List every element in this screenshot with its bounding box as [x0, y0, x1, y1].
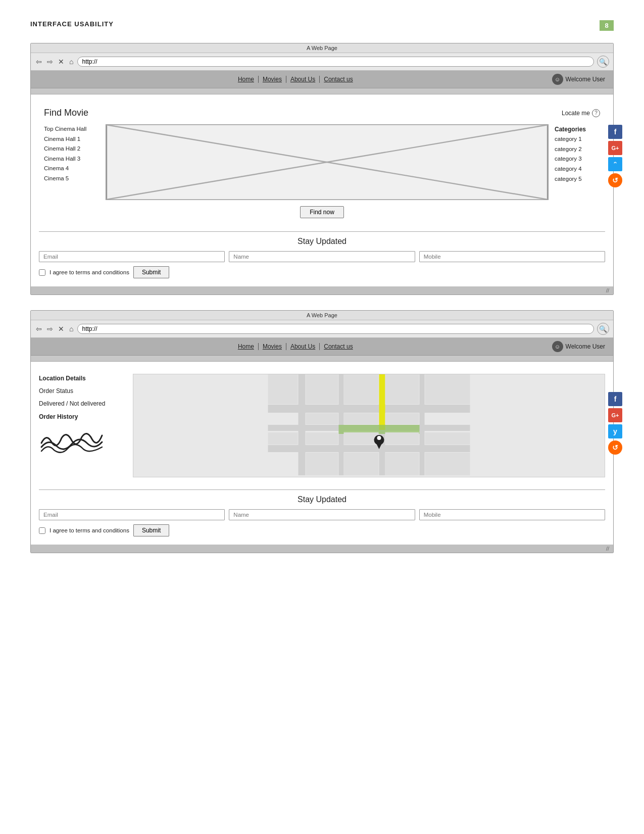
movie-image-placeholder: [106, 124, 549, 200]
browser-titlebar-1: A Web Page: [31, 43, 613, 53]
stay-updated-section-1: Stay Updated I agree to terms and condit…: [39, 231, 605, 278]
category-item[interactable]: category 3: [555, 154, 600, 164]
name-field-2[interactable]: [229, 509, 415, 520]
svg-rect-11: [379, 374, 385, 430]
footer-icon-1: //: [606, 287, 609, 293]
terms-label-2: I agree to terms and conditions: [49, 527, 129, 533]
footer-icon-2: //: [606, 546, 609, 552]
order-status-item: Order Status: [39, 386, 125, 396]
submit-button-1[interactable]: Submit: [133, 266, 169, 278]
forward-button-2[interactable]: ⇨: [46, 325, 54, 333]
page-number-badge: 8: [600, 20, 614, 31]
back-button[interactable]: ⇦: [35, 58, 43, 66]
svg-rect-16: [425, 374, 470, 404]
rss-button-1[interactable]: ↺: [608, 173, 622, 187]
gray-band-1: [31, 88, 613, 94]
order-history-item: Order History: [39, 412, 125, 422]
locate-me[interactable]: Locate me ?: [562, 109, 600, 117]
email-field-1[interactable]: [39, 251, 225, 262]
close-button-2[interactable]: ✕: [57, 325, 65, 333]
mobile-field-1[interactable]: [419, 251, 605, 262]
twitter-button-2[interactable]: y: [608, 424, 622, 438]
map-container: [133, 374, 605, 477]
form-check-row-1: I agree to terms and conditions Submit: [39, 266, 605, 278]
cinema-item[interactable]: Cinema 5: [44, 174, 100, 184]
find-movie-section: Find Movie Locate me ? Top Cinema Hall C…: [39, 103, 605, 223]
find-now-button[interactable]: Find now: [300, 206, 344, 218]
gplus-button-1[interactable]: G+: [608, 141, 622, 155]
gplus-button-2[interactable]: G+: [608, 408, 622, 422]
user-avatar-1: ☺: [552, 74, 563, 85]
svg-rect-20: [385, 413, 419, 424]
cinema-list: Top Cinema Hall Cinema Hall 1 Cinema Hal…: [44, 124, 100, 183]
browser-footer-1: //: [31, 286, 613, 295]
find-movie-title: Find Movie: [44, 108, 88, 118]
nav-user-2: ☺ Welcome User: [552, 341, 605, 352]
nav-about-1[interactable]: About Us: [286, 76, 320, 83]
mobile-field-2[interactable]: [419, 509, 605, 520]
category-item[interactable]: category 5: [555, 174, 600, 184]
svg-rect-18: [306, 413, 338, 424]
svg-rect-25: [268, 432, 298, 445]
nav-contact-2[interactable]: Contact us: [320, 343, 357, 350]
search-button-2[interactable]: 🔍: [597, 323, 609, 335]
nav-movies-1[interactable]: Movies: [259, 76, 286, 83]
svg-rect-29: [425, 453, 470, 475]
category-item[interactable]: category 2: [555, 144, 600, 155]
categories-title: Categories: [555, 124, 600, 134]
category-item[interactable]: category 1: [555, 134, 600, 144]
svg-rect-15: [385, 374, 419, 404]
svg-rect-14: [344, 374, 379, 404]
gray-band-2: [31, 356, 613, 362]
facebook-button-2[interactable]: f: [608, 392, 622, 406]
terms-checkbox-2[interactable]: [39, 527, 45, 534]
back-button-2[interactable]: ⇦: [35, 325, 43, 333]
close-button[interactable]: ✕: [57, 58, 65, 66]
stay-updated-title-2: Stay Updated: [39, 495, 605, 504]
browser-body-2: f G+ y ↺ Location Details Order Status D…: [31, 362, 613, 545]
terms-checkbox-1[interactable]: [39, 269, 45, 276]
nav-home-1[interactable]: Home: [234, 76, 259, 83]
svg-rect-28: [385, 453, 419, 475]
cinema-item[interactable]: Cinema Hall 1: [44, 134, 100, 144]
svg-rect-19: [344, 413, 379, 424]
cinema-item[interactable]: Cinema 4: [44, 164, 100, 174]
form-row-1: [39, 251, 605, 262]
twitter-button-1[interactable]: ᵔ: [608, 157, 622, 171]
home-button-2[interactable]: ⌂: [68, 325, 74, 333]
home-button[interactable]: ⌂: [68, 58, 74, 66]
location-content: Location Details Order Status Delivered …: [39, 374, 605, 477]
browser-mockup-2: A Web Page ⇦ ⇨ ✕ ⌂ 🔍 Home Movies About U…: [30, 310, 614, 553]
find-now-row: Find now: [39, 206, 605, 218]
welcome-user-2: Welcome User: [566, 343, 605, 350]
email-field-2[interactable]: [39, 509, 225, 520]
name-field-1[interactable]: [229, 251, 415, 262]
social-sidebar-2: f G+ y ↺: [608, 392, 622, 455]
nav-home-2[interactable]: Home: [234, 343, 259, 350]
svg-rect-26: [306, 453, 338, 475]
location-details-item: Location Details: [39, 374, 125, 383]
url-bar-2[interactable]: [77, 324, 594, 334]
url-bar-1[interactable]: [77, 57, 594, 67]
submit-button-2[interactable]: Submit: [133, 524, 169, 536]
nav-about-2[interactable]: About Us: [286, 343, 320, 350]
cinema-item[interactable]: Cinema Hall 2: [44, 144, 100, 154]
find-movie-content: Top Cinema Hall Cinema Hall 1 Cinema Hal…: [39, 124, 605, 200]
stay-updated-section-2: Stay Updated I agree to terms and condit…: [39, 489, 605, 536]
cinema-item[interactable]: Top Cinema Hall: [44, 124, 100, 134]
facebook-button-1[interactable]: f: [608, 125, 622, 139]
scribble-area: [39, 428, 105, 456]
svg-rect-17: [268, 374, 298, 404]
svg-rect-13: [306, 374, 338, 404]
forward-button[interactable]: ⇨: [46, 58, 54, 66]
nav-user-1: ☺ Welcome User: [552, 74, 605, 85]
search-button-1[interactable]: 🔍: [597, 56, 609, 68]
nav-contact-1[interactable]: Contact us: [320, 76, 357, 83]
rss-button-2[interactable]: ↺: [608, 440, 622, 455]
nav-movies-2[interactable]: Movies: [259, 343, 286, 350]
category-item[interactable]: category 4: [555, 164, 600, 174]
cinema-item[interactable]: Cinema Hall 3: [44, 154, 100, 164]
placeholder-x-icon: [106, 125, 548, 200]
map-svg: [133, 374, 605, 475]
scribble-icon: [39, 428, 105, 456]
